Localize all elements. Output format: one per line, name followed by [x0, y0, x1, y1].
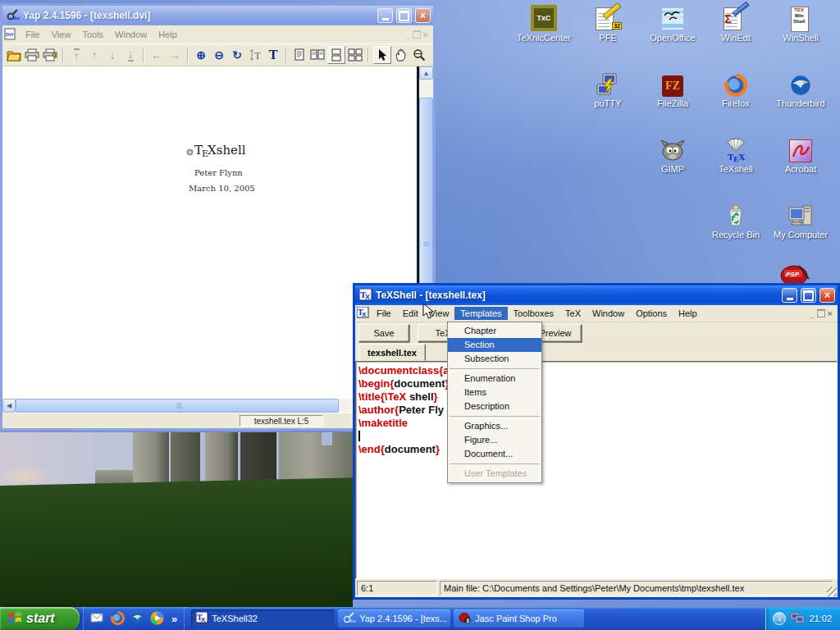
svg-text:DVI: DVI — [6, 32, 14, 37]
yap-minimize-button[interactable] — [377, 8, 393, 23]
menu-tex[interactable]: TeX — [559, 307, 587, 320]
menu-item-graphics[interactable]: Graphics... — [448, 419, 541, 433]
tab-texshell-tex[interactable]: texshell.tex — [358, 344, 426, 361]
mdi-close-icon[interactable]: × — [423, 30, 428, 39]
last-page-icon[interactable]: ↓ — [122, 47, 139, 63]
mdi-minimize-icon[interactable]: _ — [404, 30, 409, 39]
outlook-express-icon[interactable] — [90, 611, 105, 626]
texshell-minimize-button[interactable] — [782, 288, 797, 303]
desktop-icon-gimp[interactable]: GIMP — [641, 135, 704, 174]
next-page-icon[interactable]: ↓ — [104, 47, 121, 63]
menu-edit[interactable]: Edit — [397, 307, 424, 320]
editor-line: \end{document} — [358, 443, 837, 456]
desktop-icon-winshell[interactable]: TEXWinShellWinShell — [769, 3, 832, 43]
mdi-minimize-icon[interactable]: _ — [809, 308, 814, 318]
desktop-icon-recycle-bin[interactable]: Recycle Bin — [705, 200, 767, 240]
ruler-icon[interactable]: T — [247, 47, 263, 63]
taskbar-button-texshell32[interactable]: TXTeXShell32 — [191, 609, 335, 628]
desktop-icon-acrobat[interactable]: Acrobat — [769, 135, 832, 174]
hide-chevron-icon[interactable]: ‹ — [773, 612, 786, 625]
yap-titlebar[interactable]: dvi Yap 2.4.1596 - [texshell.dvi] × — [2, 6, 433, 25]
magnifier-tool-icon[interactable] — [411, 47, 427, 63]
text-icon[interactable]: T — [265, 47, 281, 63]
desktop-icon-thunderbird[interactable]: Thunderbird — [769, 69, 832, 108]
desktop-icon-my-computer[interactable]: My Computer — [769, 200, 832, 240]
continuous-page-icon[interactable] — [327, 46, 345, 64]
resize-grip[interactable] — [827, 587, 837, 596]
menu-item-figure[interactable]: Figure... — [448, 433, 541, 447]
texshell-close-button[interactable]: × — [819, 288, 835, 303]
mdi-close-icon[interactable]: × — [828, 308, 833, 318]
thunderbird-quicklaunch-icon[interactable] — [130, 611, 144, 627]
photo-grass — [0, 477, 353, 607]
taskbar-button-jasc-paint-shop-pro[interactable]: 8Jasc Paint Shop Pro — [454, 609, 584, 628]
single-page-icon[interactable] — [291, 47, 308, 63]
yap-close-button[interactable]: × — [415, 8, 431, 23]
refresh-icon[interactable]: ↻ — [229, 47, 245, 63]
menu-window[interactable]: Window — [109, 28, 153, 41]
mdi-restore-icon[interactable] — [413, 30, 421, 39]
menu-tools[interactable]: Tools — [76, 28, 109, 41]
quick-launch-overflow-chevron[interactable]: » — [171, 613, 177, 625]
windows-flag-icon — [7, 610, 23, 627]
desktop-icon-openoffice[interactable]: OpenOffice — [641, 3, 704, 43]
desktop-icon-filezilla[interactable]: FZFileZilla — [641, 69, 704, 108]
back-icon[interactable]: ← — [148, 47, 165, 63]
network-icon[interactable] — [790, 611, 805, 626]
desktop-icon-pfe[interactable]: 32PFE — [577, 3, 639, 43]
scroll-left-icon[interactable]: ◀ — [2, 399, 16, 413]
first-page-icon[interactable]: ↑ — [68, 47, 84, 63]
menu-toolboxes[interactable]: Toolboxes — [508, 307, 560, 320]
texshell-window-title: TeXShell - [texshell.tex] — [376, 290, 778, 301]
texshell-editor[interactable]: \documentclass{a\begin{document}\title{\… — [355, 361, 838, 579]
menu-help[interactable]: Help — [673, 307, 703, 320]
scroll-up-icon[interactable]: ▲ — [419, 66, 433, 80]
hand-tool-icon[interactable] — [393, 47, 409, 63]
zoom-out-icon[interactable]: ⊖ — [211, 47, 227, 63]
menu-window[interactable]: Window — [587, 307, 630, 320]
mdi-restore-icon[interactable] — [817, 309, 825, 317]
zoom-in-icon[interactable]: ⊕ — [193, 47, 209, 63]
desktop-icon-texniccenter[interactable]: TxCTeXnicCenter — [513, 3, 575, 43]
toolbar-separator — [285, 48, 287, 62]
taskbar: start » TXTeXShell32dviYap 2.4.1596 - [t… — [0, 607, 840, 630]
horizontal-scroll-thumb[interactable] — [16, 399, 339, 413]
double-page-icon[interactable] — [309, 47, 326, 63]
yap-maximize-button[interactable] — [396, 8, 412, 23]
desktop-icon-texshell[interactable]: TEXTeXshell — [705, 135, 767, 174]
menu-file[interactable]: File — [20, 28, 46, 41]
desktop-icon-firefox[interactable]: Firefox — [705, 69, 767, 108]
desktop-icon-winedt[interactable]: ΣWinEdt — [705, 3, 767, 43]
menu-options[interactable]: Options — [630, 307, 673, 320]
desktop-icon-putty[interactable]: puTTY — [577, 69, 639, 108]
menu-item-chapter[interactable]: Chapter — [448, 324, 541, 338]
menu-file[interactable]: File — [371, 307, 397, 320]
prev-page-icon[interactable]: ↑ — [86, 47, 103, 63]
svg-text:PSP: PSP — [786, 271, 800, 278]
menu-item-section[interactable]: Section — [448, 338, 541, 352]
print-icon[interactable] — [24, 47, 40, 63]
menu-item-subsection[interactable]: Subsection — [448, 352, 541, 366]
task-buttons: TXTeXShell32dviYap 2.4.1596 - [texs...8J… — [191, 607, 584, 630]
menu-view[interactable]: View — [46, 28, 77, 41]
forward-icon[interactable]: → — [167, 47, 183, 63]
menu-item-document[interactable]: Document... — [448, 447, 541, 461]
menu-item-user-templates: User Templates — [448, 467, 541, 481]
menu-item-enumeration[interactable]: Enumeration — [448, 372, 541, 386]
firefox-quicklaunch-icon[interactable] — [111, 611, 125, 627]
select-tool-icon[interactable] — [373, 46, 391, 64]
print-page-icon[interactable] — [42, 47, 58, 63]
texshell-maximize-button[interactable] — [801, 288, 816, 303]
menu-help[interactable]: Help — [153, 28, 183, 41]
double-continuous-page-icon[interactable] — [347, 47, 363, 63]
yap-mdi-controls: _ × — [404, 30, 431, 39]
taskbar-button-yap-2-4-1596-texs[interactable]: dviYap 2.4.1596 - [texs... — [338, 609, 450, 628]
save-button[interactable]: Save — [358, 324, 409, 342]
menu-templates[interactable]: Templates — [454, 307, 507, 320]
open-folder-icon[interactable] — [6, 47, 22, 63]
start-button[interactable]: start — [0, 607, 80, 630]
menu-item-description[interactable]: Description — [448, 399, 541, 413]
media-player-icon[interactable] — [150, 611, 164, 627]
menu-item-items[interactable]: Items — [448, 386, 541, 399]
yap-window-title: Yap 2.4.1596 - [texshell.dvi] — [23, 10, 374, 21]
